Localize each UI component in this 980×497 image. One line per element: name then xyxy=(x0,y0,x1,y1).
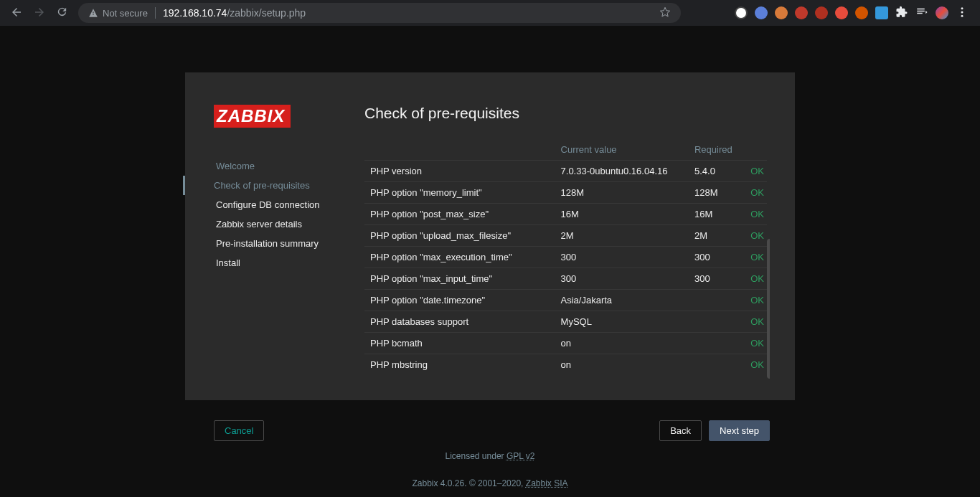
cell-status: OK xyxy=(741,268,770,290)
url-text: 192.168.10.74/zabbix/setup.php xyxy=(163,7,306,19)
cell-current: 16M xyxy=(555,204,689,225)
cell-current: MySQL xyxy=(555,311,689,333)
reload-icon[interactable] xyxy=(56,6,68,20)
next-button[interactable]: Next step xyxy=(709,420,770,441)
back-button[interactable]: Back xyxy=(659,420,702,441)
cell-current: 128M xyxy=(555,182,689,204)
table-row: PHP option "max_execution_time"300300OK xyxy=(364,247,770,268)
cell-name: PHP bcmath xyxy=(364,333,555,354)
extension-icon[interactable] xyxy=(775,6,788,19)
table-row: PHP option "date.timezone"Asia/JakartaOK xyxy=(364,290,770,311)
cell-required xyxy=(689,354,741,376)
cell-name: PHP option "upload_max_filesize" xyxy=(364,225,555,247)
table-row: PHP bcmathonOK xyxy=(364,333,770,354)
cell-required: 300 xyxy=(689,247,741,268)
cell-current: 7.0.33-0ubuntu0.16.04.16 xyxy=(555,161,689,182)
bookmark-icon[interactable] xyxy=(659,6,671,20)
forward-icon[interactable] xyxy=(33,6,46,21)
security-indicator[interactable]: Not secure xyxy=(88,8,148,19)
cell-name: PHP version xyxy=(364,161,555,182)
cell-name: PHP databases support xyxy=(364,311,555,333)
cell-current: Asia/Jakarta xyxy=(555,290,689,311)
browser-toolbar: Not secure 192.168.10.74/zabbix/setup.ph… xyxy=(0,0,980,26)
cell-status: OK xyxy=(741,247,770,268)
cell-name: PHP option "max_execution_time" xyxy=(364,247,555,268)
zabbix-logo: ZABBIX xyxy=(214,105,291,128)
extension-icon[interactable] xyxy=(875,6,888,19)
svg-point-1 xyxy=(961,11,963,13)
sidebar: ZABBIX Welcome Check of pre-requisites C… xyxy=(185,105,364,379)
table-row: PHP mbstringonOK xyxy=(364,354,770,376)
cell-required: 5.4.0 xyxy=(689,161,741,182)
step-prerequisites[interactable]: Check of pre-requisites xyxy=(183,176,364,195)
page-body: ZABBIX Welcome Check of pre-requisites C… xyxy=(0,26,980,497)
wizard-steps: Welcome Check of pre-requisites Configur… xyxy=(214,156,364,273)
table-row: PHP option "post_max_size"16M16MOK xyxy=(364,204,770,225)
cell-current: on xyxy=(555,354,689,376)
extension-icon[interactable] xyxy=(835,6,848,19)
extension-icon[interactable] xyxy=(815,6,828,19)
cell-name: PHP option "max_input_time" xyxy=(364,268,555,290)
cell-required xyxy=(689,290,741,311)
not-secure-label: Not secure xyxy=(103,8,148,19)
table-row: PHP option "upload_max_filesize"2M2MOK xyxy=(364,225,770,247)
extension-icon[interactable] xyxy=(855,6,868,19)
cell-required xyxy=(689,333,741,354)
extension-icon[interactable] xyxy=(735,6,748,19)
button-row: Cancel Back Next step xyxy=(185,400,795,441)
col-status xyxy=(741,139,770,161)
scroll-thumb[interactable] xyxy=(767,239,770,379)
step-server-details[interactable]: Zabbix server details xyxy=(214,214,364,234)
cell-current: on xyxy=(555,333,689,354)
step-summary[interactable]: Pre-installation summary xyxy=(214,234,364,253)
cell-required: 128M xyxy=(689,182,741,204)
cell-required: 2M xyxy=(689,225,741,247)
cell-required: 16M xyxy=(689,204,741,225)
cell-current: 300 xyxy=(555,247,689,268)
col-name xyxy=(364,139,555,161)
license-link[interactable]: GPL v2 xyxy=(507,451,535,461)
cell-required xyxy=(689,311,741,333)
scrollbar[interactable] xyxy=(767,139,770,379)
extensions-icon[interactable] xyxy=(895,6,908,21)
main-content: Check of pre-requisites Current value Re… xyxy=(364,105,770,379)
setup-wizard: ZABBIX Welcome Check of pre-requisites C… xyxy=(185,72,795,400)
profile-avatar[interactable] xyxy=(936,6,948,19)
step-db-connection[interactable]: Configure DB connection xyxy=(214,195,364,214)
back-icon[interactable] xyxy=(10,6,23,21)
reading-list-icon[interactable] xyxy=(915,6,928,21)
cell-name: PHP option "date.timezone" xyxy=(364,290,555,311)
extension-icon[interactable] xyxy=(755,6,768,19)
cell-name: PHP option "post_max_size" xyxy=(364,204,555,225)
address-bar[interactable]: Not secure 192.168.10.74/zabbix/setup.ph… xyxy=(78,3,681,23)
cancel-button[interactable]: Cancel xyxy=(214,420,264,441)
cell-current: 300 xyxy=(555,268,689,290)
menu-icon[interactable] xyxy=(956,6,969,21)
cell-name: PHP mbstring xyxy=(364,354,555,376)
step-welcome[interactable]: Welcome xyxy=(214,156,364,176)
table-row: PHP databases supportMySQLOK xyxy=(364,311,770,333)
cell-name: PHP option "memory_limit" xyxy=(364,182,555,204)
cell-status: OK xyxy=(741,182,770,204)
extension-icon[interactable] xyxy=(795,6,808,19)
extension-icons xyxy=(735,6,969,21)
cell-status: OK xyxy=(741,225,770,247)
company-link[interactable]: Zabbix SIA xyxy=(526,478,568,488)
step-install[interactable]: Install xyxy=(214,253,364,273)
cell-status: OK xyxy=(741,204,770,225)
cell-status: OK xyxy=(741,161,770,182)
table-row: PHP option "memory_limit"128M128MOK xyxy=(364,182,770,204)
table-row: PHP version7.0.33-0ubuntu0.16.04.165.4.0… xyxy=(364,161,770,182)
footer: Licensed under GPL v2 Zabbix 4.0.26. © 2… xyxy=(0,451,980,488)
cell-current: 2M xyxy=(555,225,689,247)
col-required: Required xyxy=(689,139,741,161)
prerequisites-table: Current value Required PHP version7.0.33… xyxy=(364,139,770,375)
table-row: PHP option "max_input_time"300300OK xyxy=(364,268,770,290)
svg-point-0 xyxy=(961,7,963,9)
page-title: Check of pre-requisites xyxy=(364,105,770,122)
cell-status: OK xyxy=(741,290,770,311)
cell-required: 300 xyxy=(689,268,741,290)
cell-status: OK xyxy=(741,333,770,354)
cell-status: OK xyxy=(741,311,770,333)
prerequisites-table-wrap: Current value Required PHP version7.0.33… xyxy=(364,139,770,379)
